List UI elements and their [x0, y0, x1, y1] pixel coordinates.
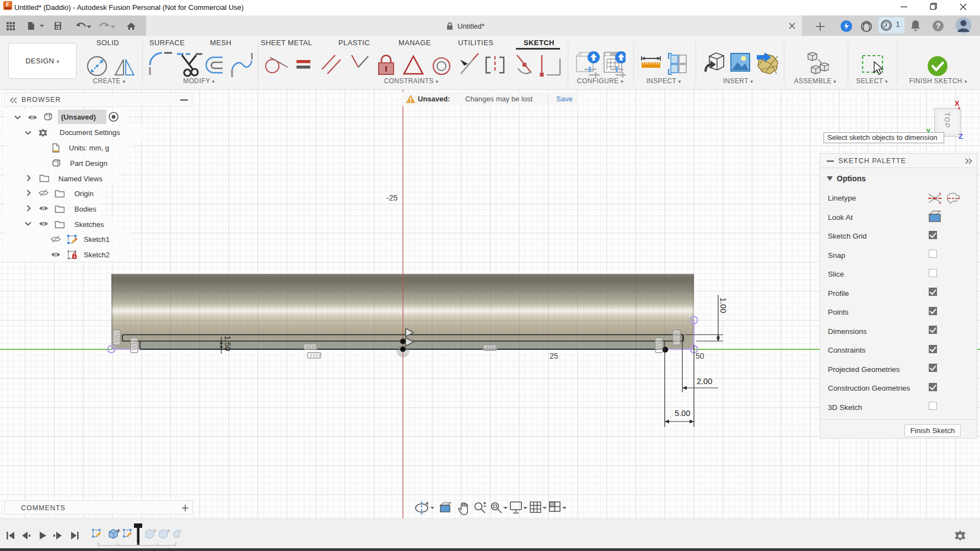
svg-text:?: ?	[936, 21, 941, 30]
